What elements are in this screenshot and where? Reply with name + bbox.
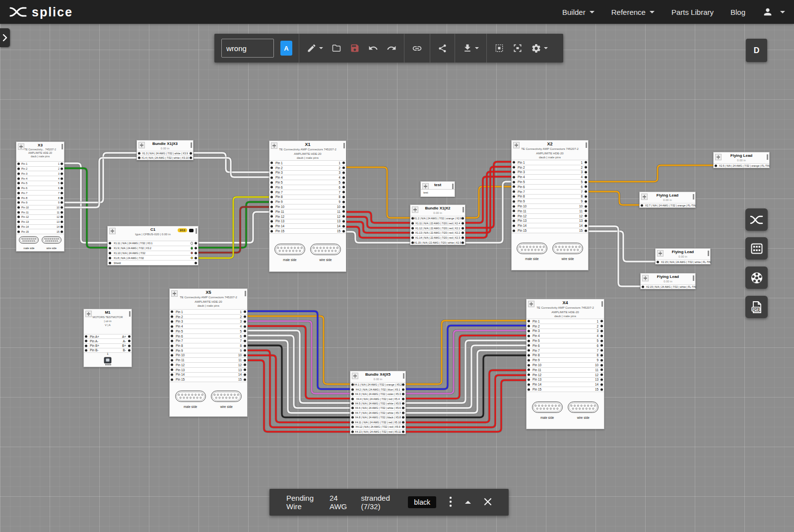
pin-dot-left[interactable] [17,225,20,228]
pin-row[interactable]: Pin 1111 [512,208,588,213]
pin-row[interactable]: Pin 1010 [512,203,588,208]
wire-row[interactable]: X1.8 | N/A | 24 AWG | 7/32 [108,255,198,260]
move-handle-icon[interactable] [528,301,534,307]
wire-dot-left[interactable] [351,393,354,396]
nav-item-blog[interactable]: Blog [730,8,745,16]
pin-dot-right[interactable] [128,344,131,347]
block-note-test[interactable]: testtest [420,181,455,197]
wire-dot-right[interactable] [402,388,404,391]
block-m1[interactable]: M1MOTORS TESTMOTOR| oz-inV | APin A+A+Pi… [83,309,132,367]
wire-row[interactable]: X4.11 | N/A | 24 AWG | 7/32 | red | X5.1… [350,420,405,424]
pin-dot-right[interactable] [600,325,603,328]
pin-dot-right[interactable] [342,196,345,198]
wire-dot-right[interactable] [195,242,197,245]
pin-row[interactable]: Pin 55 [269,180,346,185]
pin-row[interactable]: Pin 44 [269,175,346,180]
pin-dot-left[interactable] [513,176,515,178]
download-button[interactable] [462,42,480,54]
pin-dot-left[interactable] [17,206,20,208]
pin-row[interactable]: Pin 88 [170,343,247,348]
pin-dot-left[interactable] [528,359,530,361]
block-fl1[interactable]: Flying Lead0.00 inX2.5 | N/A | 24 AWG | … [713,152,770,168]
pin-dot-left[interactable] [85,335,87,338]
wire-dot-right[interactable] [402,407,404,409]
pin-dot-left[interactable] [528,369,530,371]
wire-white[interactable] [589,231,655,262]
pin-row[interactable]: Pin 1010 [269,204,346,209]
pin-dot-right[interactable] [342,191,345,194]
pin-dot-left[interactable] [270,176,273,179]
wire-white[interactable] [589,226,640,286]
move-handle-icon[interactable] [109,228,116,234]
pin-row[interactable]: Pin 1515 [269,228,346,233]
wire-dot-right[interactable] [402,384,404,386]
nav-item-parts-library[interactable]: Parts Library [671,8,714,16]
pdf-export-button[interactable]: PDF [745,296,768,318]
wire-dot-right[interactable] [462,237,464,239]
pin-dot-left[interactable] [171,349,173,352]
pin-row[interactable]: Pin 1414 [512,223,588,228]
pin-dot-left[interactable] [171,325,173,328]
pin-row[interactable]: Pin 55 [512,179,588,184]
pin-row[interactable]: Pin 1414 [170,372,247,377]
wire-dot-left[interactable] [641,204,643,207]
resize-handle[interactable] [463,207,464,212]
pin-dot-left[interactable] [17,177,20,180]
edit-tool-button[interactable] [306,42,324,54]
pin-dot-right[interactable] [61,225,63,228]
block-x1[interactable]: X1TE Connectivity AMP Connectors 745207-… [269,140,346,272]
pin-dot-left[interactable] [171,339,173,342]
pin-dot-right[interactable] [128,340,131,342]
pin-row[interactable]: Pin 55 [16,181,64,186]
pin-row[interactable]: Pin 77 [170,338,247,343]
pin-dot-left[interactable] [270,167,273,169]
pin-dot-right[interactable] [600,349,603,352]
pin-dot-left[interactable] [528,388,530,391]
harness-name-input[interactable] [221,39,274,58]
pin-dot-right[interactable] [342,230,345,232]
pin-row[interactable]: Pin 22 [269,165,346,170]
pin-dot-left[interactable] [513,171,515,173]
pin-dot-right[interactable] [342,205,345,208]
pin-dot-right[interactable] [585,166,587,169]
pin-dot-left[interactable] [85,340,87,342]
pin-dot-left[interactable] [171,320,173,323]
pin-dot-right[interactable] [600,339,603,342]
pin-dot-right[interactable] [585,200,587,202]
pin-dot-left[interactable] [171,316,173,318]
collapse-button[interactable] [465,501,471,504]
pin-dot-right[interactable] [342,186,345,189]
pin-dot-right[interactable] [244,316,246,318]
pin-dot-left[interactable] [17,182,20,185]
pin-dot-right[interactable] [600,378,603,381]
pin-dot-right[interactable] [61,211,63,213]
pin-row[interactable]: Pin 66 [269,185,346,190]
pin-dot-left[interactable] [17,211,20,213]
wire-dot-right[interactable] [402,411,404,414]
app-logo[interactable]: splice [9,5,73,19]
wire-row[interactable]: X4.13 | N/A | 24 AWG | 7/32 | red | X5.1… [350,429,405,434]
pin-dot-right[interactable] [244,339,246,342]
pin-dot-left[interactable] [513,161,515,164]
pin-row[interactable]: Pin 77 [269,190,346,195]
design-canvas[interactable]: X3TE Connectivity... 745207-2AMPLIMITE H… [0,0,794,532]
wire-dot-left[interactable] [138,157,140,159]
pin-dot-right[interactable] [342,181,345,184]
wire-dot-right[interactable] [462,232,464,234]
pin-row[interactable]: Pin 55 [527,338,604,343]
wire-dot-right[interactable] [462,227,464,229]
wire-orange[interactable] [589,165,713,182]
pin-dot-right[interactable] [61,221,63,223]
wire-dot-left[interactable] [351,388,354,391]
splice-tool-button[interactable] [745,208,768,231]
pin-dot-right[interactable] [600,344,603,347]
resize-handle[interactable] [62,144,63,149]
pin-dot-right[interactable] [244,335,246,337]
wire-dot-right[interactable] [402,426,404,428]
pin-row[interactable]: Pin 77 [512,189,588,194]
pin-dot-left[interactable] [17,163,20,165]
move-handle-icon[interactable] [171,290,178,297]
pin-dot-left[interactable] [528,320,530,323]
pin-dot-left[interactable] [270,162,273,164]
resize-handle[interactable] [452,184,454,189]
